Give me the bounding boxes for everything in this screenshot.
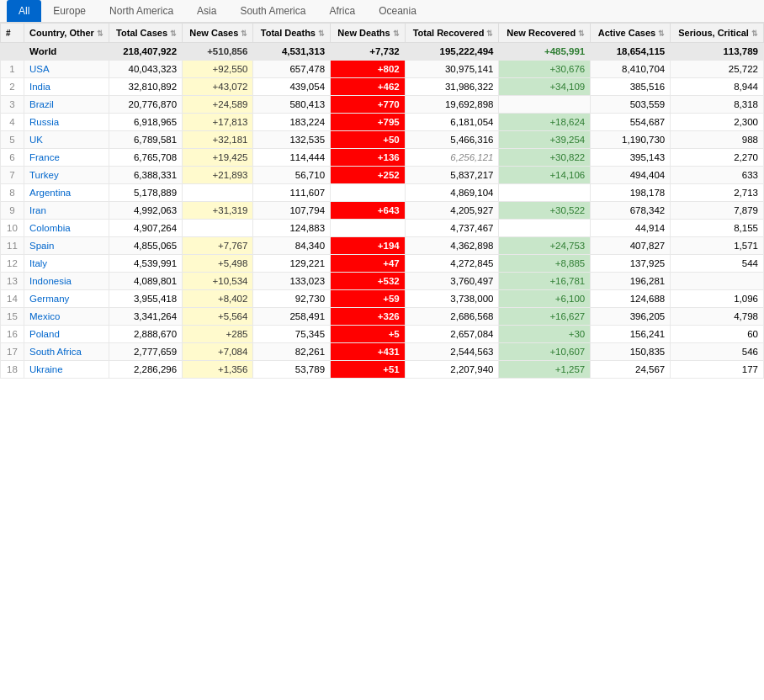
row-country[interactable]: Argentina bbox=[24, 184, 109, 202]
tab-europe[interactable]: Europe bbox=[41, 0, 98, 22]
sort-icon-total-deaths[interactable]: ⇅ bbox=[318, 29, 325, 38]
row-new-cases bbox=[183, 220, 253, 237]
row-new-deaths: +194 bbox=[331, 237, 406, 255]
sort-icon-country[interactable]: ⇅ bbox=[97, 29, 103, 38]
tab-africa[interactable]: Africa bbox=[317, 0, 367, 22]
sort-icon-new-deaths[interactable]: ⇅ bbox=[393, 29, 400, 38]
row-country[interactable]: USA bbox=[24, 61, 109, 78]
row-total-cases: 3,341,264 bbox=[109, 308, 182, 326]
row-serious-critical: 1,571 bbox=[671, 237, 764, 255]
row-country[interactable]: Mexico bbox=[24, 308, 109, 326]
world-num bbox=[1, 43, 24, 61]
row-new-recovered: +24,753 bbox=[499, 237, 591, 255]
table-row: 9Iran4,992,063+31,319107,794+6434,205,92… bbox=[1, 202, 764, 220]
col-total-recovered[interactable]: Total Recovered ⇅ bbox=[405, 24, 499, 43]
row-total-recovered: 4,362,898 bbox=[405, 237, 499, 255]
row-serious-critical: 7,879 bbox=[671, 202, 764, 220]
row-total-deaths: 56,710 bbox=[253, 167, 331, 184]
sort-icon-new-cases[interactable]: ⇅ bbox=[241, 29, 247, 38]
row-country[interactable]: Ukraine bbox=[24, 361, 109, 379]
row-new-cases: +24,589 bbox=[183, 96, 253, 114]
sort-icon-total-cases[interactable]: ⇅ bbox=[170, 29, 177, 38]
row-new-recovered: +1,257 bbox=[499, 361, 591, 379]
row-num: 11 bbox=[1, 237, 24, 255]
row-serious-critical: 25,722 bbox=[671, 61, 764, 78]
row-new-deaths: +59 bbox=[331, 290, 406, 308]
row-new-cases: +8,402 bbox=[183, 290, 253, 308]
row-total-cases: 2,888,670 bbox=[109, 326, 182, 343]
row-new-cases: +19,425 bbox=[183, 149, 253, 167]
row-serious-critical: 544 bbox=[671, 255, 764, 273]
row-serious-critical: 2,300 bbox=[671, 114, 764, 131]
col-country[interactable]: Country, Other ⇅ bbox=[24, 24, 109, 43]
row-total-deaths: 439,054 bbox=[253, 78, 331, 96]
row-country[interactable]: France bbox=[24, 149, 109, 167]
col-new-cases[interactable]: New Cases ⇅ bbox=[183, 24, 253, 43]
row-serious-critical: 546 bbox=[671, 343, 764, 361]
row-country[interactable]: Iran bbox=[24, 202, 109, 220]
row-new-recovered: +34,109 bbox=[499, 78, 591, 96]
sort-icon-serious-critical[interactable]: ⇅ bbox=[751, 29, 758, 38]
row-country[interactable]: South Africa bbox=[24, 343, 109, 361]
row-country[interactable]: Germany bbox=[24, 290, 109, 308]
world-total-recovered: 195,222,494 bbox=[405, 43, 499, 61]
tab-asia[interactable]: Asia bbox=[185, 0, 228, 22]
table-row: 13Indonesia4,089,801+10,534133,023+5323,… bbox=[1, 273, 764, 290]
row-new-recovered: +16,627 bbox=[499, 308, 591, 326]
row-total-cases: 32,810,892 bbox=[109, 78, 182, 96]
row-country[interactable]: Indonesia bbox=[24, 273, 109, 290]
row-serious-critical: 8,155 bbox=[671, 220, 764, 237]
row-country[interactable]: Italy bbox=[24, 255, 109, 273]
row-country[interactable]: Colombia bbox=[24, 220, 109, 237]
tab-north-america[interactable]: North America bbox=[98, 0, 185, 22]
row-active-cases: 24,567 bbox=[591, 361, 671, 379]
row-country[interactable]: Brazil bbox=[24, 96, 109, 114]
row-total-recovered: 31,986,322 bbox=[405, 78, 499, 96]
sort-icon-new-recovered[interactable]: ⇅ bbox=[578, 29, 585, 38]
row-active-cases: 396,205 bbox=[591, 308, 671, 326]
row-country[interactable]: Poland bbox=[24, 326, 109, 343]
col-new-recovered[interactable]: New Recovered ⇅ bbox=[499, 24, 591, 43]
row-new-deaths: +5 bbox=[331, 326, 406, 343]
world-row: World 218,407,922 +510,856 4,531,313 +7,… bbox=[1, 43, 764, 61]
sort-icon-total-recovered[interactable]: ⇅ bbox=[486, 29, 493, 38]
row-country[interactable]: Spain bbox=[24, 237, 109, 255]
col-total-cases[interactable]: Total Cases ⇅ bbox=[109, 24, 182, 43]
col-active-cases[interactable]: Active Cases ⇅ bbox=[591, 24, 671, 43]
tab-south-america[interactable]: South America bbox=[228, 0, 317, 22]
row-country[interactable]: Russia bbox=[24, 114, 109, 131]
table-row: 4Russia6,918,965+17,813183,224+7956,181,… bbox=[1, 114, 764, 131]
row-new-deaths bbox=[331, 184, 406, 202]
row-num: 4 bbox=[1, 114, 24, 131]
col-serious-critical[interactable]: Serious, Critical ⇅ bbox=[671, 24, 764, 43]
col-total-deaths[interactable]: Total Deaths ⇅ bbox=[253, 24, 331, 43]
row-new-deaths: +795 bbox=[331, 114, 406, 131]
world-label: World bbox=[24, 43, 109, 61]
row-num: 7 bbox=[1, 167, 24, 184]
row-total-recovered: 3,738,000 bbox=[405, 290, 499, 308]
row-active-cases: 150,835 bbox=[591, 343, 671, 361]
row-new-recovered: +18,624 bbox=[499, 114, 591, 131]
row-active-cases: 1,190,730 bbox=[591, 131, 671, 149]
row-country[interactable]: UK bbox=[24, 131, 109, 149]
covid-table: # Country, Other ⇅ Total Cases ⇅ New Cas… bbox=[0, 23, 764, 379]
row-new-deaths: +326 bbox=[331, 308, 406, 326]
row-total-cases: 4,907,264 bbox=[109, 220, 182, 237]
row-serious-critical: 633 bbox=[671, 167, 764, 184]
row-total-deaths: 129,221 bbox=[253, 255, 331, 273]
row-num: 3 bbox=[1, 96, 24, 114]
sort-icon-active-cases[interactable]: ⇅ bbox=[658, 29, 665, 38]
tab-oceania[interactable]: Oceania bbox=[367, 0, 428, 22]
row-country[interactable]: Turkey bbox=[24, 167, 109, 184]
row-new-recovered bbox=[499, 220, 591, 237]
row-total-cases: 6,789,581 bbox=[109, 131, 182, 149]
tab-all[interactable]: All bbox=[7, 0, 41, 22]
row-active-cases: 137,925 bbox=[591, 255, 671, 273]
col-new-deaths[interactable]: New Deaths ⇅ bbox=[331, 24, 406, 43]
row-active-cases: 156,241 bbox=[591, 326, 671, 343]
row-new-recovered: +30,522 bbox=[499, 202, 591, 220]
row-active-cases: 8,410,704 bbox=[591, 61, 671, 78]
row-total-cases: 3,955,418 bbox=[109, 290, 182, 308]
row-country[interactable]: India bbox=[24, 78, 109, 96]
row-total-recovered: 5,466,316 bbox=[405, 131, 499, 149]
